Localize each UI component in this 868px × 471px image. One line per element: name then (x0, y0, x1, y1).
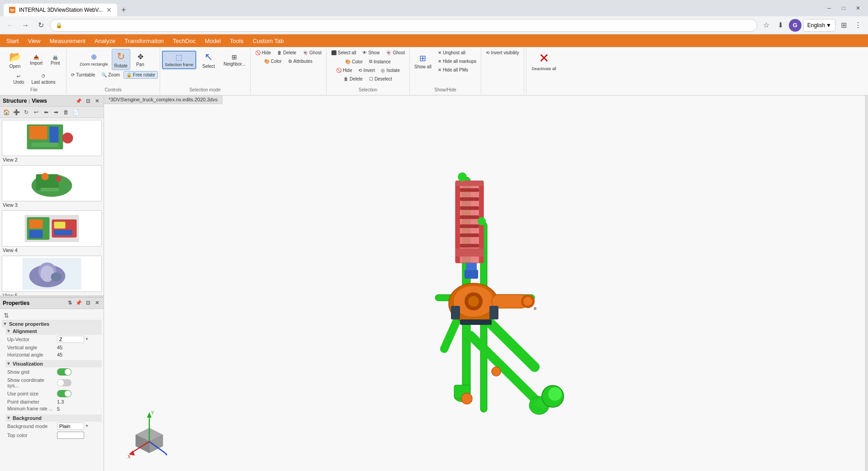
zoom-rectangle-button[interactable]: ⊕ Zoom rectangle (77, 51, 111, 68)
menu-measurement[interactable]: Measurement (45, 36, 90, 46)
view-thumbnail-5[interactable] (2, 256, 102, 292)
hide-all-markups-button[interactable]: ✕ Hide all markups (435, 57, 479, 65)
views-export-button[interactable]: 📄 (71, 108, 81, 117)
use-point-toggle[interactable] (57, 390, 71, 397)
new-tab-button[interactable]: + (117, 4, 130, 16)
delete-button2[interactable]: 🗑 Delete (341, 75, 365, 83)
top-color-swatch[interactable] (57, 432, 84, 439)
selection-frame-button[interactable]: ⬚ Selection frame (162, 51, 197, 69)
instance-button[interactable]: ⧉ Instance (366, 57, 394, 66)
scene-properties-header[interactable]: ▼ Scene properties (2, 320, 102, 328)
sort-props-icon[interactable]: ⇅ (4, 312, 9, 319)
color-button1[interactable]: 🎨 Color (261, 57, 285, 65)
maximize-button[interactable]: □ (837, 2, 850, 14)
turntable-button[interactable]: ⟳ Turntable (68, 71, 98, 79)
close-button[interactable]: ✕ (852, 2, 864, 14)
views-delete-button[interactable]: 🗑 (62, 108, 71, 117)
hide-button[interactable]: 🚫 Hide (252, 49, 274, 57)
profile-button[interactable]: G (789, 19, 802, 32)
alignment-header[interactable]: ▼ Alignment (5, 328, 102, 335)
extensions-icon[interactable]: ⊞ (837, 19, 850, 32)
view-thumbnail-3[interactable] (2, 165, 102, 201)
undo-icon: ↩ (17, 74, 20, 79)
tab-close-button[interactable]: ✕ (106, 6, 112, 14)
hide-button2[interactable]: 🚫 Hide (333, 67, 355, 74)
tab-title: INTERNAL 3DViewStation WebV... (19, 7, 103, 13)
views-home-button[interactable]: 🏠 (2, 108, 11, 117)
menu-model[interactable]: Model (200, 36, 225, 46)
import-button[interactable]: 📥 Import (27, 53, 45, 67)
color-button2[interactable]: 🎨 Color (342, 58, 365, 66)
menu-view[interactable]: View (23, 36, 45, 46)
free-rotate-button[interactable]: 🔒 Free rotate (123, 71, 158, 79)
zoom-button[interactable]: 🔍 Zoom (99, 71, 123, 79)
hide-all-pms-button[interactable]: ✕ Hide all PMs (435, 66, 479, 74)
views-back-button[interactable]: ⬅ (42, 108, 51, 117)
bg-mode-select[interactable]: Plain ▼ (57, 423, 89, 430)
views-add-button[interactable]: ➕ (12, 108, 21, 117)
views-refresh-button[interactable]: ↻ (22, 108, 31, 117)
ghost-button1[interactable]: 👻 Ghost (300, 49, 324, 57)
menu-analyze[interactable]: Analyze (90, 36, 120, 46)
prop-close-button[interactable]: ✕ (93, 299, 101, 307)
deselect-button[interactable]: ☐ Deselect (366, 75, 395, 83)
menu-start[interactable]: Start (2, 36, 23, 46)
open-button[interactable]: 📂 Open (4, 49, 26, 71)
bg-mode-value: Plain (57, 423, 84, 430)
minimize-button[interactable]: ─ (823, 2, 835, 14)
float-button[interactable]: ⊡ (84, 97, 92, 105)
unghost-all-button[interactable]: ✕ Unghost all (435, 49, 479, 57)
prop-float-button[interactable]: ⊡ (84, 299, 92, 307)
show-button[interactable]: 👁 Show (360, 49, 382, 57)
show-coord-toggle[interactable] (57, 379, 71, 386)
menu-transformation[interactable]: Transformation (120, 36, 168, 46)
right-resize-handle[interactable] (865, 95, 868, 471)
views-undo-button[interactable]: ↩ (32, 108, 41, 117)
active-tab[interactable]: 3D INTERNAL 3DViewStation WebV... ✕ (4, 4, 117, 16)
sort-button[interactable]: ⇅ (66, 299, 74, 307)
neighbor-button[interactable]: ⊞ Neighbor... (221, 52, 248, 68)
pan-button[interactable]: ✥ Pan (131, 51, 149, 69)
view-thumbnail-4[interactable] (2, 210, 102, 247)
views-forward-button[interactable]: ➡ (52, 108, 61, 117)
select-button[interactable]: ↖ Select (197, 49, 220, 71)
ribbon-group-selection: ⬛ Select all 👁 Show 👻 Ghost 🎨 Color (327, 48, 410, 94)
invert-visibility-button[interactable]: ⟲ Invert visibility (483, 49, 522, 57)
address-input[interactable]: vsweb.kisters.de/internal/ (64, 22, 751, 29)
language-button[interactable]: English ▼ (803, 19, 835, 32)
undo-button[interactable]: ↩ Undo (9, 72, 28, 86)
menu-techdoc[interactable]: TechDoc (168, 36, 200, 46)
pin-button[interactable]: 📌 (75, 97, 83, 105)
select-all-button[interactable]: ⬛ Select all (328, 49, 359, 57)
show-all-label: Show all (414, 64, 432, 69)
bookmark-icon[interactable]: ☆ (760, 19, 773, 32)
show-all-button[interactable]: ⊞ Show all (412, 52, 434, 71)
structure-tab[interactable]: Structure (3, 98, 27, 104)
delete-button[interactable]: 🗑 Delete (275, 49, 299, 57)
view-thumbnail-2[interactable] (2, 120, 102, 156)
attributes-button[interactable]: ⚙ Attributes (285, 57, 315, 65)
forward-button[interactable]: → (19, 19, 32, 32)
last-actions-button[interactable]: ⏱ Last actions (28, 72, 58, 86)
menu-tools[interactable]: Tools (225, 36, 248, 46)
address-bar[interactable]: 🔒 vsweb.kisters.de/internal/ (50, 19, 757, 32)
download-icon[interactable]: ⬇ (774, 19, 787, 32)
background-header[interactable]: ▼ Background (5, 414, 102, 422)
ghost-button2[interactable]: 👻 Ghost (383, 49, 408, 57)
menu-custom-tab[interactable]: Custom Tab (248, 36, 288, 46)
isolate-button[interactable]: ◎ Isolate (378, 67, 402, 74)
deactivate-all-button[interactable]: ✕ Deactivate all (528, 49, 560, 73)
back-button[interactable]: ← (4, 19, 16, 32)
refresh-button[interactable]: ↻ (34, 19, 47, 32)
views-tab[interactable]: Views (32, 98, 47, 104)
print-button[interactable]: 🖨️ Print (46, 53, 64, 67)
invert-button[interactable]: ⟲ Invert (356, 67, 377, 74)
prop-pin-button[interactable]: 📌 (75, 299, 83, 307)
visualization-header[interactable]: ▼ Visualization (5, 360, 102, 367)
close-panel-button[interactable]: ✕ (93, 97, 101, 105)
viewport[interactable]: *3DVS\engine_truck_complex.nx.edits.2020… (104, 95, 865, 471)
show-grid-toggle[interactable] (57, 368, 71, 376)
up-vector-select[interactable]: Z ▼ (57, 336, 89, 343)
rotate-button[interactable]: ↻ Rotate (112, 49, 130, 70)
menu-icon[interactable]: ⋮ (852, 19, 864, 32)
